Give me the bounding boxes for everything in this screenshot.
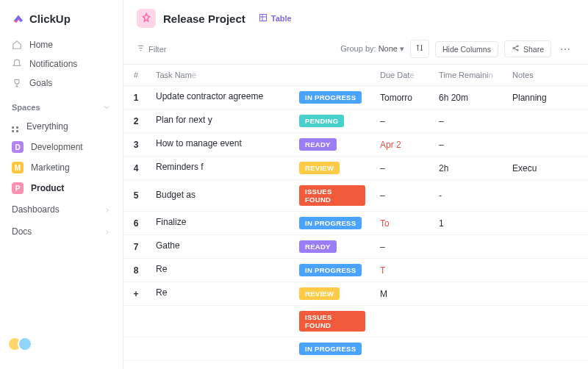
nav-home[interactable]: Home xyxy=(0,35,123,54)
cell-task[interactable]: Budget as xyxy=(148,180,292,212)
cell-time[interactable] xyxy=(431,282,505,306)
space-item-product[interactable]: PProduct xyxy=(0,178,123,198)
col-number[interactable]: # xyxy=(123,65,148,86)
cell-time[interactable]: 2h xyxy=(431,157,505,180)
cell-notes[interactable]: Planning xyxy=(505,86,588,110)
cell-number: 6 xyxy=(123,212,148,235)
cell-time[interactable] xyxy=(431,337,505,361)
cell-status[interactable]: IN PROGRESS xyxy=(292,86,373,110)
cell-status[interactable]: PENDING xyxy=(292,110,373,133)
table-row[interactable]: 3How to manage eventREADYApr 2– xyxy=(123,133,588,157)
cell-status[interactable]: IN PROGRESS xyxy=(292,259,373,282)
cell-due[interactable] xyxy=(373,337,431,361)
cell-task[interactable]: How to manage event xyxy=(148,133,292,157)
table-row[interactable]: IN PROGRESS xyxy=(123,337,588,361)
cell-status[interactable]: READY xyxy=(292,133,373,157)
cell-due[interactable]: T xyxy=(373,259,431,282)
group-by[interactable]: Group by: None ▾ xyxy=(340,44,404,54)
table-row[interactable]: 2Plan for next yPENDING–– xyxy=(123,110,588,133)
cell-task[interactable] xyxy=(148,306,292,337)
cell-due[interactable]: – xyxy=(373,235,431,259)
cell-due[interactable]: – xyxy=(373,157,431,180)
logo-text: ClickUp xyxy=(29,12,71,25)
table-row[interactable]: 1Update contractor agreemeIN PROGRESSTom… xyxy=(123,86,588,110)
table-row[interactable]: +ReREVIEWM xyxy=(123,282,588,306)
cell-task[interactable]: Gathe xyxy=(148,235,292,259)
avatar[interactable] xyxy=(18,337,32,351)
clickup-logo-icon xyxy=(12,12,25,25)
cell-notes[interactable] xyxy=(505,235,588,259)
cell-due[interactable]: – xyxy=(373,180,431,212)
col-notes[interactable]: Notes xyxy=(505,65,588,86)
cell-status[interactable]: ISSUES FOUND xyxy=(292,306,373,337)
cell-notes[interactable] xyxy=(505,110,588,133)
cell-due[interactable]: – xyxy=(373,110,431,133)
cell-notes[interactable] xyxy=(505,180,588,212)
cell-status[interactable]: IN PROGRESS xyxy=(292,337,373,361)
cell-task[interactable]: Re xyxy=(148,259,292,282)
cell-status[interactable]: IN PROGRESS xyxy=(292,212,373,235)
cell-status[interactable]: READY xyxy=(292,235,373,259)
col-task[interactable]: Task Name xyxy=(148,65,292,86)
col-status[interactable] xyxy=(292,65,373,86)
presence-avatars[interactable] xyxy=(0,328,123,360)
space-item-marketing[interactable]: MMarketing xyxy=(0,157,123,178)
cell-notes[interactable] xyxy=(505,259,588,282)
cell-task[interactable]: Reminders f xyxy=(148,157,292,180)
toolbar: Filter Group by: None ▾ Hide Columns Sha… xyxy=(123,35,588,65)
cell-task[interactable]: Finalize xyxy=(148,212,292,235)
space-color-icon: D xyxy=(12,141,24,153)
more-button[interactable]: ⋯ xyxy=(557,43,575,55)
cell-time[interactable]: 1 xyxy=(431,212,505,235)
view-tab-table[interactable]: Table xyxy=(253,10,298,26)
table-row[interactable]: 5Budget asISSUES FOUND–- xyxy=(123,180,588,212)
nav-dashboards[interactable]: Dashboards xyxy=(0,198,123,221)
cell-notes[interactable] xyxy=(505,133,588,157)
cell-due[interactable] xyxy=(373,306,431,337)
cell-notes[interactable] xyxy=(505,212,588,235)
logo[interactable]: ClickUp xyxy=(0,9,123,35)
share-button[interactable]: Share xyxy=(504,40,551,57)
table-row[interactable]: 8ReIN PROGRESST xyxy=(123,259,588,282)
cell-notes[interactable]: Execu xyxy=(505,157,588,180)
space-everything[interactable]: Everything xyxy=(0,116,123,137)
cell-task[interactable]: Plan for next y xyxy=(148,110,292,133)
cell-time[interactable] xyxy=(431,259,505,282)
table-row[interactable]: 4Reminders fREVIEW–2hExecu xyxy=(123,157,588,180)
cell-number: 1 xyxy=(123,86,148,110)
cell-time[interactable]: – xyxy=(431,110,505,133)
col-due[interactable]: Due Date xyxy=(373,65,431,86)
col-time[interactable]: Time Remainin xyxy=(431,65,505,86)
cell-status[interactable]: ISSUES FOUND xyxy=(292,180,373,212)
cell-notes[interactable] xyxy=(505,282,588,306)
cell-time[interactable] xyxy=(431,235,505,259)
cell-due[interactable]: Apr 2 xyxy=(373,133,431,157)
space-item-development[interactable]: DDevelopment xyxy=(0,137,123,157)
table-row[interactable]: 6FinalizeIN PROGRESSTo1 xyxy=(123,212,588,235)
cell-status[interactable]: REVIEW xyxy=(292,282,373,306)
cell-notes[interactable] xyxy=(505,337,588,361)
nav-notifications[interactable]: Notifications xyxy=(0,54,123,74)
cell-due[interactable]: To xyxy=(373,212,431,235)
cell-time[interactable]: 6h 20m xyxy=(431,86,505,110)
cell-notes[interactable] xyxy=(505,306,588,337)
cell-due[interactable]: Tomorro xyxy=(373,86,431,110)
trophy-icon xyxy=(12,78,22,88)
cell-time[interactable] xyxy=(431,306,505,337)
filter-button[interactable]: Filter xyxy=(137,44,166,54)
nav-docs[interactable]: Docs xyxy=(0,221,123,243)
cell-time[interactable]: – xyxy=(431,133,505,157)
table-row[interactable]: 7GatheREADY– xyxy=(123,235,588,259)
sort-button[interactable] xyxy=(410,40,429,58)
cell-due[interactable]: M xyxy=(373,282,431,306)
cell-task[interactable]: Update contractor agreeme xyxy=(148,86,292,110)
cell-time[interactable]: - xyxy=(431,180,505,212)
cell-task[interactable] xyxy=(148,337,292,361)
cell-status[interactable]: REVIEW xyxy=(292,157,373,180)
cell-task[interactable]: Re xyxy=(148,282,292,306)
project-icon xyxy=(137,9,156,28)
hide-columns-button[interactable]: Hide Columns xyxy=(435,41,498,57)
nav-goals[interactable]: Goals xyxy=(0,74,123,93)
spaces-header[interactable]: Spaces xyxy=(0,93,123,116)
table-row[interactable]: ISSUES FOUND xyxy=(123,306,588,337)
